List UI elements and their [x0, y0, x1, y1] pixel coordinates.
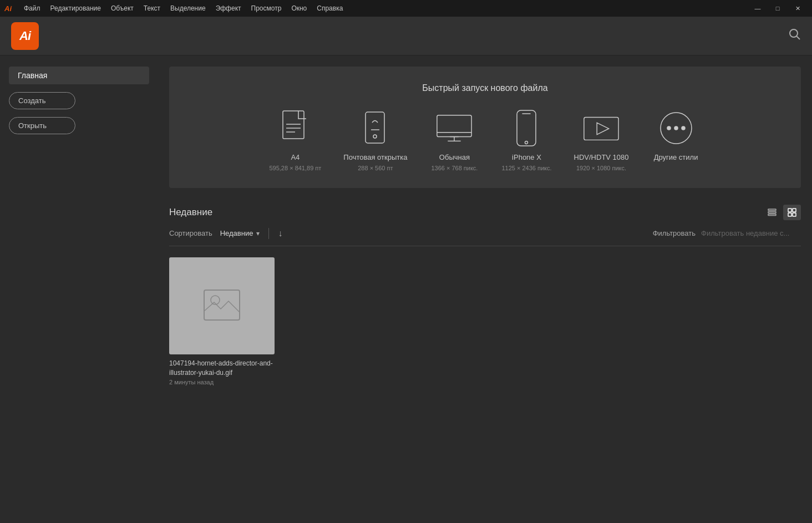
svg-rect-17: [584, 118, 618, 140]
menu-edit[interactable]: Редактирование: [46, 3, 105, 13]
chevron-down-icon: ▾: [256, 230, 260, 237]
document-icon: [276, 109, 314, 148]
video-icon: [582, 109, 621, 148]
menu-effect[interactable]: Эффект: [211, 3, 246, 13]
more-icon: [657, 109, 696, 148]
menu-object[interactable]: Объект: [106, 3, 138, 13]
menu-text[interactable]: Текст: [139, 3, 165, 13]
vertical-divider: [268, 228, 269, 239]
quick-start-panel: Быстрый запуск нового файла A4: [169, 67, 801, 188]
svg-rect-23: [768, 209, 776, 211]
file-thumbnail: [169, 257, 275, 354]
templates-row: A4 595,28 × 841,89 пт Почтовая открытка: [191, 109, 779, 171]
template-a4[interactable]: A4 595,28 × 841,89 пт: [269, 109, 321, 171]
svg-point-20: [667, 126, 671, 130]
app-header: Ai: [0, 17, 812, 55]
menu-help[interactable]: Справка: [312, 3, 347, 13]
svg-rect-26: [788, 209, 791, 212]
postcard-icon: [356, 109, 395, 148]
menu-view[interactable]: Просмотр: [247, 3, 286, 13]
sort-select[interactable]: Недавние: [218, 228, 256, 238]
sort-direction-button[interactable]: ↓: [278, 229, 282, 238]
template-video-size: 1920 × 1080 пикс.: [576, 165, 626, 171]
svg-rect-2: [283, 111, 304, 139]
app-icon-small: Ai: [4, 4, 12, 13]
svg-point-16: [525, 141, 528, 144]
monitor-icon: [435, 109, 474, 148]
svg-point-0: [790, 29, 798, 37]
svg-marker-18: [597, 123, 608, 134]
files-grid: 1047194-hornet-adds-director-and-illustr…: [169, 257, 801, 386]
list-view-button[interactable]: [763, 205, 781, 220]
filter-input[interactable]: [701, 229, 801, 237]
svg-rect-9: [437, 115, 471, 137]
svg-line-1: [796, 36, 800, 39]
svg-rect-28: [788, 213, 791, 216]
template-postcard-size: 288 × 560 пт: [358, 165, 393, 171]
content-area: Быстрый запуск нового файла A4: [158, 55, 812, 523]
recent-title: Недавние: [169, 207, 212, 218]
view-controls: [763, 205, 801, 220]
main-layout: Главная Создать Открыть Быстрый запуск н…: [0, 55, 812, 523]
svg-rect-30: [204, 290, 240, 320]
phone-icon: [507, 109, 546, 148]
svg-rect-29: [793, 213, 796, 216]
template-iphone-name: iPhone X: [512, 153, 541, 163]
template-monitor[interactable]: Обычная 1366 × 768 пикс.: [429, 109, 479, 171]
template-monitor-size: 1366 × 768 пикс.: [431, 165, 478, 171]
template-monitor-name: Обычная: [439, 153, 470, 163]
filter-area: Фильтровать: [653, 229, 801, 237]
svg-point-8: [373, 135, 377, 138]
file-time: 2 минуты назад: [169, 379, 275, 385]
template-more-name: Другие стили: [654, 153, 698, 163]
sort-label: Сортировать: [169, 229, 212, 237]
template-postcard-name: Почтовая открытка: [343, 153, 407, 163]
svg-rect-27: [793, 209, 796, 212]
template-video-name: HDV/HDTV 1080: [574, 153, 629, 163]
svg-rect-25: [768, 214, 776, 216]
create-button[interactable]: Создать: [9, 92, 75, 109]
close-button[interactable]: ✕: [788, 0, 808, 17]
menu-window[interactable]: Окно: [287, 3, 311, 13]
window-controls: — □ ✕: [748, 0, 808, 17]
template-more[interactable]: Другие стили: [651, 109, 701, 163]
filter-label: Фильтровать: [653, 229, 696, 237]
search-button[interactable]: [789, 28, 801, 44]
home-nav-button[interactable]: Главная: [9, 67, 149, 84]
grid-view-button[interactable]: [783, 205, 801, 220]
maximize-button[interactable]: □: [768, 0, 788, 17]
sort-select-wrapper[interactable]: Недавние ▾: [218, 228, 260, 238]
recent-header: Недавние: [169, 205, 801, 220]
file-name: 1047194-hornet-adds-director-and-illustr…: [169, 359, 275, 378]
open-button[interactable]: Открыть: [9, 117, 75, 134]
template-postcard[interactable]: Почтовая открытка 288 × 560 пт: [343, 109, 407, 171]
template-a4-name: A4: [291, 153, 300, 163]
file-card[interactable]: 1047194-hornet-adds-director-and-illustr…: [169, 257, 275, 386]
menu-bar: Файл Редактирование Объект Текст Выделен…: [19, 3, 347, 13]
template-iphone-size: 1125 × 2436 пикс.: [501, 165, 551, 171]
minimize-button[interactable]: —: [748, 0, 768, 17]
sort-bar: Сортировать Недавние ▾ ↓ Фильтровать: [169, 228, 801, 246]
title-bar: Ai Файл Редактирование Объект Текст Выде…: [0, 0, 812, 17]
sidebar: Главная Создать Открыть: [0, 55, 158, 523]
menu-select[interactable]: Выделение: [166, 3, 210, 13]
svg-point-21: [674, 126, 678, 130]
svg-rect-24: [768, 211, 776, 213]
template-a4-size: 595,28 × 841,89 пт: [269, 165, 321, 171]
template-video[interactable]: HDV/HDTV 1080 1920 × 1080 пикс.: [574, 109, 629, 171]
template-iphone[interactable]: iPhone X 1125 × 2436 пикс.: [501, 109, 551, 171]
menu-file[interactable]: Файл: [19, 3, 45, 13]
app-logo: Ai: [11, 22, 39, 50]
quick-start-title: Быстрый запуск нового файла: [191, 83, 779, 93]
svg-point-22: [682, 126, 685, 130]
svg-rect-14: [517, 110, 536, 146]
